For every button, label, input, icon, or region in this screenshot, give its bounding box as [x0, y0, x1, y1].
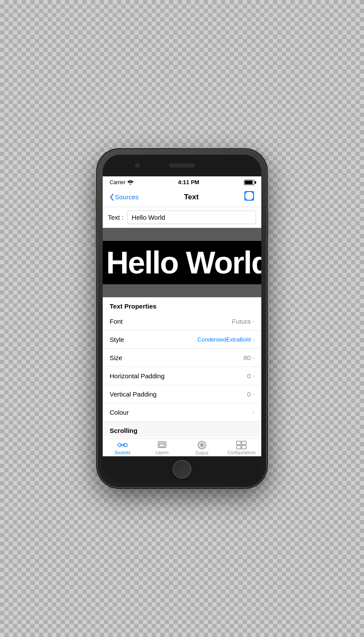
output-tab-icon [197, 440, 207, 450]
properties-section: Text Properties Font Futura › Style Cond… [103, 297, 261, 438]
svg-line-20 [199, 445, 202, 448]
scrolling-header: Scrolling [103, 422, 261, 437]
colour-label: Colour [110, 409, 129, 416]
text-properties-header: Text Properties [103, 297, 261, 312]
phone-frame: Carrier 4:11 PM [98, 150, 266, 488]
tab-output[interactable]: Output [182, 440, 222, 455]
svg-rect-23 [237, 445, 241, 449]
vertical-padding-row[interactable]: Vertical Padding 0 › [103, 385, 261, 403]
tab-sources-label: Sources [114, 450, 130, 455]
back-chevron-icon [110, 194, 114, 201]
home-button[interactable] [172, 460, 192, 479]
svg-rect-24 [242, 445, 246, 449]
svg-line-18 [199, 443, 202, 445]
text-field-label: Text : [108, 214, 124, 221]
style-value: CondensedExtraBold › [198, 336, 254, 343]
v-padding-value: 0 › [247, 390, 254, 398]
back-button[interactable]: Sources [110, 193, 139, 201]
font-value: Futura › [232, 318, 254, 325]
tab-configurations-label: Configurations [228, 450, 255, 455]
battery-indicator [244, 180, 254, 185]
h-padding-value: 0 › [247, 372, 254, 380]
font-label: Font [110, 318, 123, 325]
screen: Carrier 4:11 PM [103, 176, 261, 456]
svg-point-0 [130, 184, 131, 185]
svg-rect-10 [159, 443, 165, 447]
preview-text: Hello World [106, 247, 261, 278]
style-chevron-icon: › [253, 336, 254, 343]
wifi-icon [127, 180, 133, 185]
tab-output-label: Output [195, 451, 208, 455]
preview-area: Hello World [103, 241, 261, 284]
crop-icon [244, 191, 254, 201]
tab-layers[interactable]: Layers [143, 441, 182, 455]
tab-configurations[interactable]: Configurations [222, 441, 262, 455]
v-padding-label: Vertical Padding [110, 390, 156, 398]
status-bar: Carrier 4:11 PM [103, 176, 261, 187]
size-chevron-icon: › [253, 354, 254, 361]
status-time: 4:11 PM [178, 179, 199, 185]
style-label: Style [110, 336, 124, 343]
h-padding-chevron-icon: › [253, 373, 254, 379]
text-input[interactable] [127, 211, 256, 224]
font-chevron-icon: › [253, 318, 254, 325]
phone-top-bar [103, 155, 261, 176]
horizontal-padding-row[interactable]: Horizontal Padding 0 › [103, 367, 261, 385]
colour-chevron-icon: › [253, 409, 254, 416]
tab-layers-label: Layers [156, 450, 169, 455]
navigation-bar: Sources Text [103, 187, 261, 207]
earpiece-speaker [169, 164, 195, 167]
tab-sources[interactable]: Sources [103, 441, 143, 455]
text-input-row: Text : [103, 207, 261, 228]
size-row[interactable]: Size 80 › [103, 349, 261, 367]
svg-rect-22 [242, 441, 246, 445]
front-camera [135, 163, 140, 168]
svg-rect-21 [237, 441, 241, 445]
scroll-speed-row[interactable]: Scroll Speed › [103, 437, 261, 438]
layers-tab-icon [157, 441, 167, 449]
size-label: Size [110, 354, 122, 361]
preview-header-bar [103, 228, 261, 241]
svg-line-19 [202, 445, 205, 448]
v-padding-chevron-icon: › [253, 391, 254, 397]
carrier-label: Carrier [110, 179, 133, 185]
tab-bar: Sources Layers [103, 438, 261, 456]
colour-value: › [253, 409, 254, 416]
crop-icon-button[interactable] [244, 191, 254, 203]
size-value: 80 › [244, 354, 254, 361]
sources-tab-icon [117, 441, 128, 449]
h-padding-label: Horizontal Padding [110, 372, 165, 380]
nav-title: Text [184, 193, 199, 202]
preview-footer-bar [103, 284, 261, 297]
svg-line-17 [202, 443, 205, 445]
configurations-tab-icon [236, 441, 247, 449]
colour-row[interactable]: Colour › [103, 403, 261, 422]
font-row[interactable]: Font Futura › [103, 312, 261, 331]
style-row[interactable]: Style CondensedExtraBold › [103, 331, 261, 349]
phone-bottom [103, 456, 261, 482]
